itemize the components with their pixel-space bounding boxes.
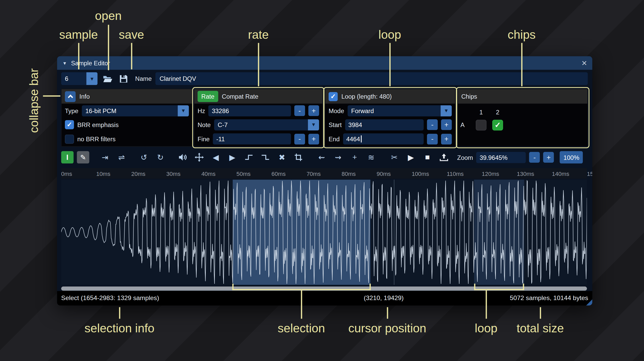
ruler-label: 120ms	[482, 170, 499, 177]
name-label: Name	[135, 75, 152, 82]
zoom-label: Zoom	[457, 154, 473, 161]
fine-minus-button[interactable]: -	[294, 134, 305, 145]
create-wavetable-button[interactable]	[438, 151, 450, 163]
arrows-move-icon	[195, 153, 204, 162]
loop-start-plus-button[interactable]: +	[441, 120, 452, 130]
note-select[interactable]: C-7 ▼	[214, 119, 319, 130]
name-input[interactable]	[155, 72, 588, 85]
loop-start-minus-button[interactable]: -	[427, 120, 438, 130]
fade-out-button[interactable]	[260, 151, 271, 163]
undo-button[interactable]: ↺	[138, 151, 150, 163]
resize-grip[interactable]	[586, 299, 592, 305]
titlebar[interactable]: ▼ Sample Editor ×	[57, 56, 592, 70]
redo-button[interactable]: ↻	[155, 151, 166, 163]
collapse-bar-button[interactable]	[65, 91, 76, 102]
waveform-scrollbar[interactable]	[61, 287, 587, 291]
loop-end-plus-button[interactable]: +	[441, 134, 452, 145]
time-ruler[interactable]: 0ms10ms20ms30ms40ms50ms60ms70ms80ms90ms1…	[61, 168, 587, 179]
hz-label: Hz	[198, 107, 205, 114]
loop-end-minus-button[interactable]: -	[427, 134, 438, 145]
ruler-label: 50ms	[237, 170, 251, 177]
resize-button[interactable]: ⇥	[99, 151, 111, 163]
status-selection-info: Select (1654-2983: 1329 samples)	[61, 294, 159, 302]
normalize-button[interactable]	[193, 151, 205, 163]
loop-mode-select[interactable]: Forward ▼	[347, 105, 452, 116]
fine-input[interactable]: -11	[213, 134, 291, 145]
hz-plus-button[interactable]: +	[308, 105, 319, 116]
wave-left-icon: ⇜	[318, 153, 325, 162]
forward-button[interactable]: ▶	[226, 151, 238, 163]
text-caret	[361, 136, 361, 143]
preview-play-button[interactable]: ▶	[405, 151, 417, 163]
annotation-selection: selection	[278, 321, 325, 335]
fine-plus-button[interactable]: +	[308, 134, 319, 145]
note-row: Note C-7 ▼	[194, 118, 322, 132]
loop-start-label: Start	[329, 121, 342, 128]
waveform-display[interactable]	[61, 179, 587, 285]
stop-icon: ■	[425, 153, 430, 162]
annotation-cursor-position: cursor position	[348, 321, 426, 335]
annotation-sample: sample	[59, 28, 98, 42]
annotation-loop: loop	[378, 28, 401, 42]
zoom-reset-button[interactable]: 100%	[560, 151, 583, 163]
apply-silence-button[interactable]: ⇝	[332, 151, 344, 163]
loop-start-input[interactable]: 3984	[345, 119, 423, 130]
zoom-in-button[interactable]: +	[543, 152, 554, 163]
zoom-out-button[interactable]: -	[529, 152, 540, 163]
preview-stop-button[interactable]: ■	[422, 151, 433, 163]
scrollbar-thumb[interactable]	[61, 287, 587, 291]
chevron-down-icon[interactable]: ▼	[86, 72, 97, 85]
save-button[interactable]	[117, 73, 130, 85]
note-label: Note	[198, 121, 211, 128]
loop-mode-value: Forward	[347, 105, 441, 116]
ruler-label: 110ms	[447, 170, 464, 177]
chip-row-label: A	[460, 121, 470, 128]
type-select[interactable]: 16-bit PCM ▼	[82, 105, 189, 116]
chip-2-checkbox[interactable]: ✓	[492, 120, 503, 130]
loop-enable-checkbox[interactable]: ✓	[329, 92, 338, 101]
filter-waves-icon: ≋	[368, 153, 374, 162]
loop-panel-title: Loop (length: 480)	[342, 93, 392, 100]
annotation-collapse-bar: collapse bar	[27, 63, 41, 133]
rate-badge[interactable]: Rate	[198, 91, 218, 102]
chevron-down-icon[interactable]: ▼	[178, 105, 189, 116]
trim-button[interactable]	[293, 151, 304, 163]
annotation-line	[119, 307, 120, 319]
insert-point-button[interactable]: +	[349, 151, 360, 163]
zoom-input[interactable]: 39.9645%	[476, 152, 526, 163]
draw-pencil-button[interactable]: ✎	[77, 151, 89, 163]
loop-end-input[interactable]: 4464	[343, 134, 424, 145]
ruler-label: 90ms	[377, 170, 391, 177]
check-icon: ✓	[495, 121, 501, 129]
brr-emphasis-row: ✓ BRR emphasis	[62, 118, 192, 132]
panels-row: Info Type 16-bit PCM ▼ ✓ BRR emphasis	[57, 89, 592, 147]
amplify-button[interactable]	[177, 151, 188, 163]
edit-select-button[interactable]: I	[61, 151, 74, 163]
close-icon[interactable]: ×	[582, 58, 587, 67]
chips-panel-title: Chips	[461, 93, 477, 100]
hz-minus-button[interactable]: -	[294, 105, 305, 116]
delete-button[interactable]: ✖	[276, 151, 288, 163]
sample-editor-window: ▼ Sample Editor × 6 ▼	[57, 56, 592, 305]
check-icon: ✓	[67, 122, 72, 128]
chevron-down-icon[interactable]: ▼	[441, 105, 452, 116]
scissors-icon: ✂	[391, 153, 398, 162]
fade-in-button[interactable]	[243, 151, 255, 163]
chip-1-checkbox[interactable]: ✓	[476, 120, 487, 130]
no-brr-filters-checkbox[interactable]: ✓	[65, 135, 74, 144]
crossfade-button[interactable]: ✂	[389, 151, 400, 163]
reverse-button[interactable]: ◀	[210, 151, 222, 163]
brr-emphasis-checkbox[interactable]: ✓	[65, 120, 74, 129]
filter-button[interactable]: ≋	[365, 151, 377, 163]
chevron-down-icon[interactable]: ▼	[308, 119, 319, 130]
annotation-line	[387, 307, 388, 319]
resample-icon: ⇌	[118, 153, 125, 162]
sample-selector[interactable]: 6 ▼	[61, 72, 98, 85]
insert-silence-button[interactable]: ⇜	[316, 151, 327, 163]
open-button[interactable]	[101, 73, 114, 85]
window-collapse-icon[interactable]: ▼	[62, 60, 67, 65]
loop-panel: ✓ Loop (length: 480) Mode Forward ▼ Star…	[325, 89, 456, 147]
resample-button[interactable]: ⇌	[116, 151, 127, 163]
fine-label: Fine	[198, 136, 210, 143]
hz-input[interactable]: 33286	[208, 105, 291, 116]
